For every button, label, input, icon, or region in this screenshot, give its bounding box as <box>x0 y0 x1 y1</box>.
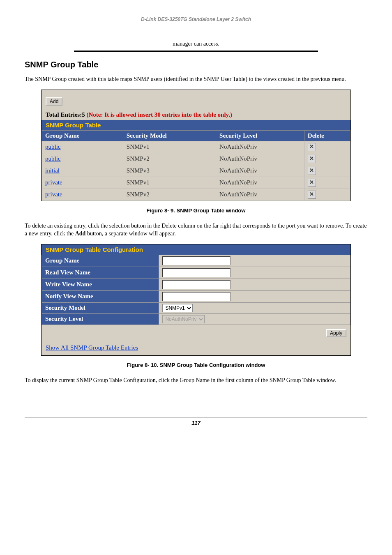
delete-icon[interactable]: ✕ <box>308 191 316 199</box>
col-delete: Delete <box>304 130 350 141</box>
table-row: public SNMPv1 NoAuthNoPriv ✕ <box>42 141 350 153</box>
snmp-group-table-figure: Add Total Entries:5 (Note: It is allowed… <box>41 90 351 201</box>
total-entries-note: (Note: It is allowed insert 30 entries i… <box>86 111 232 118</box>
label-read-view: Read View Name <box>42 267 159 279</box>
para2-bold: Add <box>75 230 86 237</box>
delete-icon[interactable]: ✕ <box>308 143 316 151</box>
para2-after: button, a separate window will appear. <box>85 230 175 237</box>
group-name-link[interactable]: initial <box>45 167 60 174</box>
page-number: 117 <box>25 417 367 426</box>
apply-row: Apply <box>42 325 350 341</box>
config-table: Group Name Read View Name Write View Nam… <box>42 255 350 325</box>
label-write-view: Write View Name <box>42 279 159 290</box>
security-level-cell: NoAuthNoPriv <box>216 189 304 200</box>
label-security-level: Security Level <box>42 313 159 325</box>
security-model-cell: SNMPv2 <box>123 189 216 200</box>
security-level-cell: NoAuthNoPriv <box>216 141 304 153</box>
group-name-link[interactable]: public <box>45 155 61 162</box>
label-notify-view: Notify View Name <box>42 290 159 302</box>
show-all-container: Show All SNMP Group Table Entries <box>42 341 350 355</box>
delete-icon[interactable]: ✕ <box>308 179 316 187</box>
snmp-group-config-figure: SNMP Group Table Configuration Group Nam… <box>41 244 351 356</box>
table-row: initial SNMPv3 NoAuthNoPriv ✕ <box>42 165 350 177</box>
table1-title: SNMP Group Table <box>42 120 350 130</box>
snmp-group-table: Group Name Security Model Security Level… <box>42 130 350 201</box>
add-button[interactable]: Add <box>46 97 62 106</box>
security-model-cell: SNMPv3 <box>123 165 216 177</box>
group-name-link[interactable]: private <box>45 179 62 186</box>
write-view-input[interactable] <box>162 280 231 289</box>
total-entries: Total Entries:5 (Note: It is allowed ins… <box>42 110 350 120</box>
table-row: public SNMPv2 NoAuthNoPriv ✕ <box>42 153 350 165</box>
figure1-caption: Figure 8- 9. SNMP Group Table window <box>25 207 367 214</box>
notify-view-input[interactable] <box>162 292 231 301</box>
page-header: D-Link DES-3250TG Standalone Layer 2 Swi… <box>25 16 367 24</box>
label-security-model: Security Model <box>42 302 159 313</box>
apply-button[interactable]: Apply <box>326 329 346 337</box>
delete-icon[interactable]: ✕ <box>308 155 316 163</box>
show-all-link[interactable]: Show All SNMP Group Table Entries <box>46 344 138 351</box>
col-security-level: Security Level <box>216 130 304 141</box>
total-entries-count: Total Entries:5 <box>46 111 86 118</box>
col-security-model: Security Model <box>123 130 216 141</box>
paragraph-2: To delete an existing entry, click the s… <box>25 222 367 238</box>
security-level-select: NoAuthNoPriv <box>162 315 205 323</box>
label-group-name: Group Name <box>42 255 159 267</box>
security-level-cell: NoAuthNoPriv <box>216 153 304 165</box>
section-title: SNMP Group Table <box>25 60 367 69</box>
delete-icon[interactable]: ✕ <box>308 167 316 175</box>
read-view-input[interactable] <box>162 268 231 277</box>
security-level-cell: NoAuthNoPriv <box>216 165 304 177</box>
security-level-cell: NoAuthNoPriv <box>216 177 304 189</box>
table-row: private SNMPv2 NoAuthNoPriv ✕ <box>42 189 350 200</box>
security-model-cell: SNMPv1 <box>123 177 216 189</box>
security-model-select[interactable]: SNMPv1 <box>162 304 193 312</box>
paragraph-3: To display the current SNMP Group Table … <box>25 376 367 385</box>
group-name-link[interactable]: public <box>45 143 61 150</box>
col-group-name: Group Name <box>42 130 123 141</box>
group-name-input[interactable] <box>162 256 231 265</box>
group-name-link[interactable]: private <box>45 191 62 198</box>
security-model-cell: SNMPv2 <box>123 153 216 165</box>
security-model-cell: SNMPv1 <box>123 141 216 153</box>
table2-title: SNMP Group Table Configuration <box>42 244 350 255</box>
intro-paragraph: The SNMP Group created with this table m… <box>25 75 367 83</box>
manager-text: manager can access. <box>74 41 318 52</box>
figure2-caption: Figure 8- 10. SNMP Group Table Configura… <box>25 362 367 368</box>
table-row: private SNMPv1 NoAuthNoPriv ✕ <box>42 177 350 189</box>
